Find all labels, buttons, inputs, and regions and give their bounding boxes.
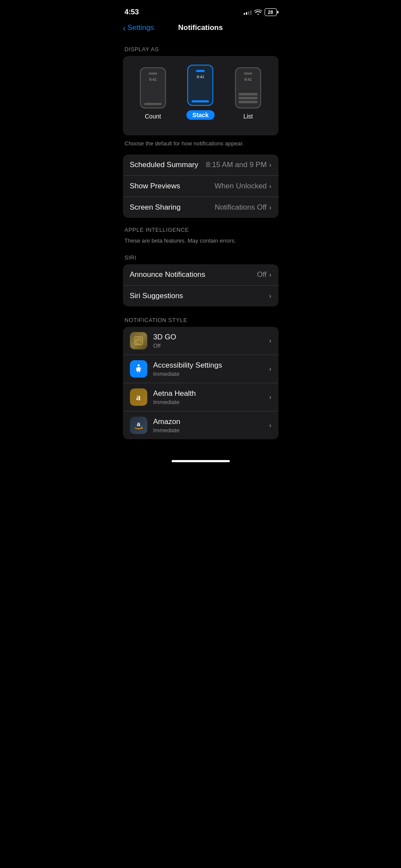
- announce-notifications-value: Off ›: [257, 270, 271, 279]
- phone-bottom-stack: [192, 100, 209, 102]
- show-previews-row[interactable]: Show Previews When Unlocked ›: [123, 176, 278, 197]
- app-subtitle-accessibility: Immediate: [153, 371, 269, 377]
- show-previews-label: Show Previews: [130, 182, 180, 191]
- wifi-icon: [254, 9, 262, 16]
- phone-notch-stack: [196, 70, 205, 72]
- app-row-3dgo[interactable]: 3D GO Off ›: [123, 327, 278, 355]
- stack-line-3: [239, 101, 258, 103]
- stack-phone-time: 9:41: [197, 75, 205, 79]
- count-phone-time: 9:41: [149, 77, 157, 82]
- app-name-accessibility: Accessibility Settings: [153, 361, 269, 370]
- app-name-3dgo: 3D GO: [153, 333, 269, 342]
- app-subtitle-amazon: Immediate: [153, 427, 269, 434]
- back-button[interactable]: ‹ Settings: [123, 23, 154, 32]
- amazon-row-right: ›: [269, 422, 272, 429]
- screen-sharing-text: Notifications Off: [215, 203, 267, 212]
- siri-suggestions-label: Siri Suggestions: [130, 292, 183, 300]
- notification-style-card: 3D GO Off › Accessibility Settings Immed…: [123, 327, 278, 439]
- scheduled-summary-label: Scheduled Summary: [130, 161, 199, 169]
- stack-badge: Stack: [186, 110, 215, 120]
- battery-icon: 28: [265, 8, 277, 16]
- notification-style-label: NOTIFICATION STYLE: [116, 306, 285, 327]
- phone-notch-count: [149, 72, 157, 75]
- siri-suggestions-chevron: ›: [269, 293, 272, 299]
- screen-sharing-value: Notifications Off ›: [215, 203, 271, 212]
- aetna-chevron: ›: [269, 394, 272, 401]
- count-phone-icon: 9:41: [140, 67, 166, 108]
- app-icon-3dgo: [130, 332, 147, 349]
- accessibility-row-right: ›: [269, 365, 272, 372]
- app-icon-accessibility: [130, 360, 147, 378]
- phone-notch-list: [244, 72, 252, 75]
- app-info-accessibility: Accessibility Settings Immediate: [153, 361, 269, 377]
- show-previews-text: When Unlocked: [215, 182, 267, 191]
- app-subtitle-3dgo: Off: [153, 342, 269, 349]
- nav-header: ‹ Settings Notifications: [116, 22, 285, 39]
- stack-lines: [239, 93, 258, 103]
- stack-line-1: [239, 93, 258, 95]
- accessibility-chevron: ›: [269, 365, 272, 372]
- home-indicator-area: [116, 448, 285, 469]
- screen-sharing-label: Screen Sharing: [130, 203, 181, 212]
- scroll-content: DISPLAY AS 9:41 Count 9:41 Stack: [116, 39, 285, 448]
- aetna-logo-icon: a: [136, 392, 141, 402]
- app-subtitle-aetna: Immediate: [153, 399, 269, 405]
- siri-suggestions-value: ›: [269, 293, 272, 299]
- scheduled-summary-text: 8:15 AM and 9 PM: [206, 161, 267, 169]
- scheduled-summary-row[interactable]: Scheduled Summary 8:15 AM and 9 PM ›: [123, 155, 278, 176]
- status-icons: 28: [244, 8, 277, 16]
- display-as-card: 9:41 Count 9:41 Stack 9:41: [123, 56, 278, 135]
- app-name-aetna: Aetna Health: [153, 389, 269, 398]
- app-info-3dgo: 3D GO Off: [153, 333, 269, 349]
- amazon-chevron: ›: [269, 422, 272, 429]
- back-chevron-icon: ‹: [123, 23, 126, 32]
- status-time: 4:53: [125, 8, 139, 16]
- announce-notifications-row[interactable]: Announce Notifications Off ›: [123, 264, 278, 286]
- display-option-stack[interactable]: 9:41 Stack: [186, 65, 215, 120]
- siri-card: Announce Notifications Off › Siri Sugges…: [123, 264, 278, 306]
- svg-text:a: a: [137, 421, 140, 427]
- home-indicator: [172, 460, 230, 462]
- app-row-accessibility[interactable]: Accessibility Settings Immediate ›: [123, 355, 278, 383]
- 3dgo-chevron: ›: [269, 337, 272, 344]
- show-previews-value: When Unlocked ›: [215, 182, 272, 191]
- status-bar: 4:53 28: [116, 0, 285, 22]
- svg-line-3: [139, 340, 141, 342]
- display-as-label: DISPLAY AS: [116, 39, 285, 56]
- app-icon-amazon: a: [130, 417, 147, 434]
- show-previews-chevron: ›: [269, 183, 272, 190]
- display-options: 9:41 Count 9:41 Stack 9:41: [130, 65, 272, 120]
- 3dgo-row-right: ›: [269, 337, 272, 344]
- back-label: Settings: [127, 23, 154, 32]
- announce-notifications-text: Off: [257, 270, 266, 279]
- screen-sharing-row[interactable]: Screen Sharing Notifications Off ›: [123, 197, 278, 218]
- signal-bars-icon: [244, 10, 252, 15]
- svg-point-5: [137, 365, 139, 367]
- display-option-list[interactable]: 9:41 List: [235, 67, 261, 120]
- phone-bottom-count: [144, 103, 162, 105]
- app-row-aetna[interactable]: a Aetna Health Immediate ›: [123, 383, 278, 411]
- list-phone-time: 9:41: [244, 77, 252, 82]
- page-title: Notifications: [178, 23, 223, 32]
- svg-line-4: [136, 340, 139, 342]
- stack-line-2: [239, 97, 258, 99]
- count-label: Count: [145, 113, 161, 120]
- screen-sharing-chevron: ›: [269, 204, 272, 211]
- display-option-count[interactable]: 9:41 Count: [140, 67, 166, 120]
- general-settings-card: Scheduled Summary 8:15 AM and 9 PM › Sho…: [123, 155, 278, 218]
- list-label: List: [243, 113, 253, 120]
- app-info-aetna: Aetna Health Immediate: [153, 389, 269, 405]
- beta-text: These are beta features. May contain err…: [116, 237, 285, 247]
- signal-bar-3: [248, 11, 249, 15]
- app-icon-aetna: a: [130, 388, 147, 406]
- aetna-row-right: ›: [269, 394, 272, 401]
- announce-notifications-chevron: ›: [269, 271, 272, 278]
- stack-phone-icon: 9:41: [187, 65, 213, 106]
- app-row-amazon[interactable]: a Amazon Immediate ›: [123, 411, 278, 439]
- siri-suggestions-row[interactable]: Siri Suggestions ›: [123, 286, 278, 306]
- announce-notifications-label: Announce Notifications: [130, 270, 205, 279]
- battery-level: 28: [268, 10, 273, 15]
- signal-bar-2: [246, 12, 247, 15]
- signal-bar-1: [244, 13, 245, 15]
- display-hint: Choose the default for how notifications…: [116, 135, 285, 155]
